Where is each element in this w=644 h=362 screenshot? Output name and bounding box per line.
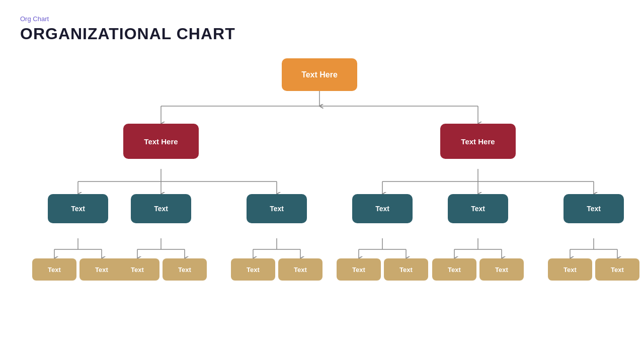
page-title: ORGANIZATIONAL CHART xyxy=(20,25,624,43)
mid-right-node[interactable]: Text Here xyxy=(440,124,516,159)
connector-lines xyxy=(20,48,624,335)
tan-node-4[interactable]: Text xyxy=(163,258,207,281)
tan-node-8[interactable]: Text xyxy=(384,258,428,281)
tan-node-3[interactable]: Text xyxy=(115,258,159,281)
tan-node-5[interactable]: Text xyxy=(231,258,275,281)
page: Org Chart ORGANIZATIONAL CHART xyxy=(0,0,644,362)
teal-node-3[interactable]: Text xyxy=(247,194,307,223)
mid-left-node[interactable]: Text Here xyxy=(123,124,199,159)
teal-node-4[interactable]: Text xyxy=(352,194,413,223)
teal-node-5[interactable]: Text xyxy=(448,194,508,223)
teal-node-6[interactable]: Text xyxy=(564,194,624,223)
tan-node-9[interactable]: Text xyxy=(432,258,476,281)
tan-node-1[interactable]: Text xyxy=(32,258,76,281)
root-node[interactable]: Text Here xyxy=(282,58,357,91)
tan-node-10[interactable]: Text xyxy=(479,258,524,281)
subtitle: Org Chart xyxy=(20,15,624,23)
tan-node-6[interactable]: Text xyxy=(278,258,323,281)
tan-node-7[interactable]: Text xyxy=(337,258,381,281)
tan-node-11[interactable]: Text xyxy=(548,258,592,281)
teal-node-2[interactable]: Text xyxy=(131,194,191,223)
tan-node-12[interactable]: Text xyxy=(595,258,639,281)
header: Org Chart ORGANIZATIONAL CHART xyxy=(20,15,624,43)
teal-node-1[interactable]: Text xyxy=(48,194,108,223)
chart-area: Text Here Text Here Text Here Text Text … xyxy=(20,48,624,335)
